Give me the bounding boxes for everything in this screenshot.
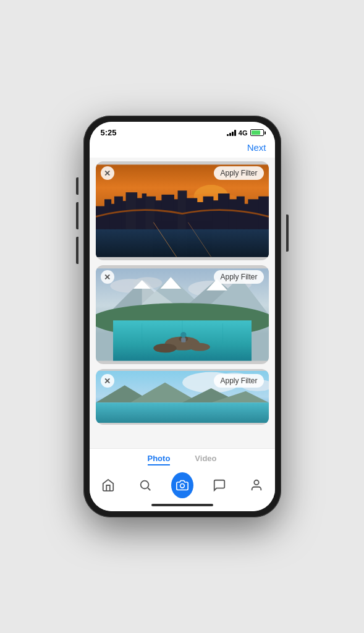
svg-line-63 xyxy=(148,488,150,490)
status-bar: 5:25 4G xyxy=(90,122,275,140)
phone-screen: 5:25 4G Next xyxy=(90,122,275,511)
home-indicator xyxy=(151,504,213,506)
profile-icon xyxy=(250,478,263,492)
signal-icon xyxy=(227,130,236,136)
svg-point-49 xyxy=(189,343,210,351)
camera-icon xyxy=(176,479,188,491)
status-time: 5:25 xyxy=(101,128,117,137)
svg-rect-16 xyxy=(177,190,187,229)
battery-fill xyxy=(252,130,260,135)
status-icons: 4G xyxy=(227,129,264,137)
nav-messages[interactable] xyxy=(208,474,231,496)
bottom-nav xyxy=(90,469,275,504)
close-button-mountain[interactable]: ✕ xyxy=(101,270,114,284)
svg-rect-12 xyxy=(145,197,156,229)
svg-rect-18 xyxy=(196,202,204,229)
tab-photo[interactable]: Photo xyxy=(148,454,171,465)
svg-point-64 xyxy=(180,484,184,488)
apply-filter-button-mountain[interactable]: Apply Filter xyxy=(214,270,263,284)
svg-point-51 xyxy=(180,332,186,338)
svg-rect-22 xyxy=(228,199,237,229)
photo-video-tabs: Photo Video xyxy=(90,449,275,469)
nav-camera[interactable] xyxy=(171,474,193,496)
volume-up-button[interactable] xyxy=(76,202,78,229)
volume-down-button[interactable] xyxy=(76,237,78,264)
nav-search[interactable] xyxy=(134,474,156,496)
home-icon xyxy=(101,478,115,492)
power-button[interactable] xyxy=(286,215,289,252)
search-icon xyxy=(138,478,152,492)
network-type: 4G xyxy=(239,129,248,137)
volume-silent-button[interactable] xyxy=(76,177,78,195)
next-button[interactable]: Next xyxy=(247,142,266,153)
nav-profile[interactable] xyxy=(245,474,268,496)
svg-rect-61 xyxy=(96,402,269,423)
image-card-lake: ✕ Apply Filter xyxy=(96,369,269,425)
apply-filter-button-city[interactable]: Apply Filter xyxy=(214,166,263,180)
image-card-mountain: ✕ Apply Filter xyxy=(96,265,269,364)
close-button-lake[interactable]: ✕ xyxy=(101,374,114,388)
close-button-city[interactable]: ✕ xyxy=(101,166,114,180)
nav-home[interactable] xyxy=(97,474,119,496)
apply-filter-button-lake[interactable]: Apply Filter xyxy=(214,374,263,388)
svg-rect-23 xyxy=(236,197,244,229)
messages-icon xyxy=(213,478,226,492)
svg-point-62 xyxy=(140,481,148,489)
tab-video[interactable]: Video xyxy=(195,454,216,465)
svg-rect-21 xyxy=(218,193,229,229)
phone-device: 5:25 4G Next xyxy=(83,116,281,517)
tab-section: Photo Video xyxy=(90,448,275,469)
home-bar xyxy=(90,504,275,511)
svg-rect-13 xyxy=(154,200,163,229)
image-list: ✕ Apply Filter xyxy=(90,158,275,448)
svg-rect-19 xyxy=(203,197,213,229)
header: Next xyxy=(90,140,275,158)
svg-rect-52 xyxy=(181,338,185,342)
camera-button[interactable] xyxy=(171,472,193,498)
svg-rect-17 xyxy=(185,198,197,229)
svg-rect-26 xyxy=(258,197,269,229)
battery-icon xyxy=(250,129,264,136)
svg-point-65 xyxy=(254,480,258,485)
image-card-city: ✕ Apply Filter xyxy=(96,161,269,260)
svg-point-48 xyxy=(153,344,176,353)
